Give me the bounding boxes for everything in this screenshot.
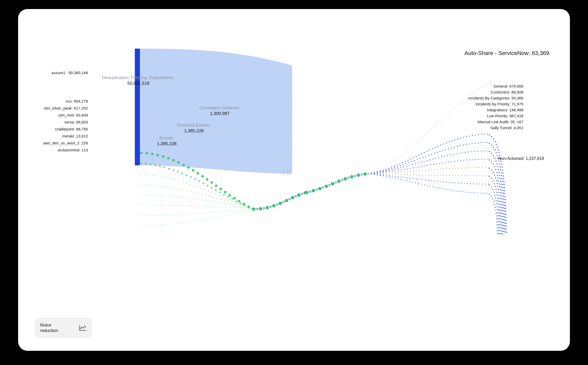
dest-label-low-priority: Low Priority: 387,418 <box>487 114 523 118</box>
chart-card: assure1 : 50,380,148 vco: 804,278 oim_si… <box>18 9 570 351</box>
dest-label-nonactioned: Non-Actioned: 1,237,618 <box>498 156 544 161</box>
dest-label-customers: Customers: 86,508 <box>491 90 523 94</box>
noise-reduction-line2: reduction <box>40 328 58 333</box>
sankey-chart: assure1 : 50,380,148 vco: 804,278 oim_si… <box>18 9 570 351</box>
dest-label-incidents-priority: Incidents by Priority: 71,975 <box>476 102 523 106</box>
dest-labels: General: 479,006 Customers: 86,508 Incid… <box>18 9 570 351</box>
dest-label-incidents-categories: Incidents By Categories: 90,366 <box>468 96 523 100</box>
dest-label-manual-link-audit: Manual Link Audit: 35, 167 <box>478 120 523 124</box>
noise-reduction-line1: Noice <box>40 323 51 328</box>
noise-reduction-card[interactable]: Noice reduction <box>35 318 92 338</box>
dest-label-integrations: Integrations: 146,496 <box>487 108 523 112</box>
dest-label-sally-tunnel: Sally Tunnel: 4,051 <box>490 126 523 130</box>
line-chart-icon <box>79 324 87 331</box>
dest-label-general: General: 479,006 <box>493 84 523 88</box>
noise-reduction-title: Noice reduction <box>40 322 58 333</box>
